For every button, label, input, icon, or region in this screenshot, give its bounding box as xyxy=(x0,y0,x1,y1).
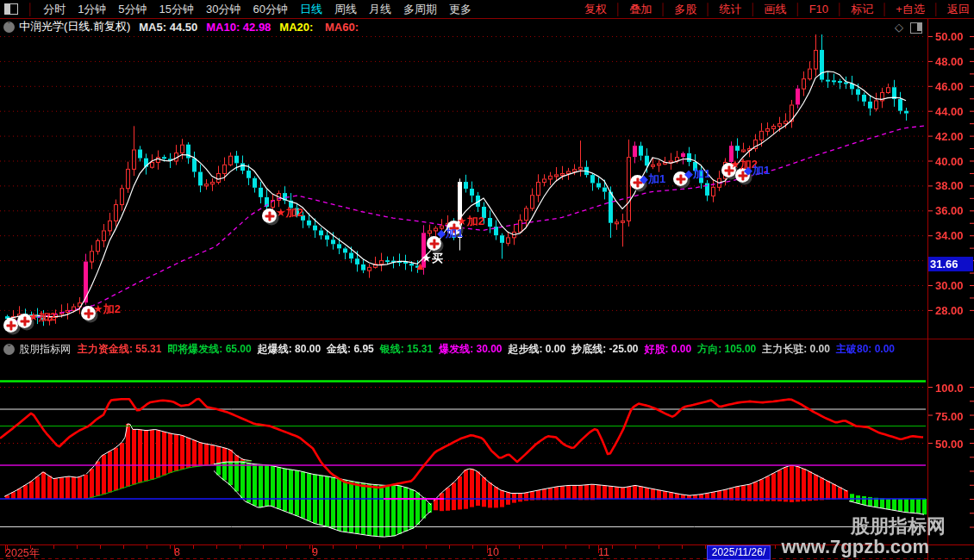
indicator-field-4: 银线: 15.31 xyxy=(380,343,433,355)
menu-divider: │ xyxy=(795,3,802,16)
layout-panel-icon[interactable] xyxy=(4,3,18,15)
buy-signal-marker-0[interactable] xyxy=(3,318,18,333)
candlestick-chart[interactable] xyxy=(0,34,974,339)
menu-item-1[interactable]: 1分钟 xyxy=(78,3,106,16)
menu-item-7[interactable]: 周线 xyxy=(334,3,357,16)
menu-divider: │ xyxy=(659,3,666,16)
indicator-chart[interactable] xyxy=(0,360,974,544)
signal-text-10: ◆加1 xyxy=(744,163,770,178)
tool-menu-item-5[interactable]: F10 xyxy=(809,3,828,16)
indicator-header: ˇ 股朋指标网 主力资金线: 55.31即将爆发线: 65.00起爆线: 80.… xyxy=(0,340,974,358)
signal-text-6: ★加2 xyxy=(457,214,484,229)
menu-divider: │ xyxy=(27,3,34,16)
current-date-badge: 2025/11/26/三 xyxy=(707,545,771,560)
time-label-4: 11 xyxy=(598,546,609,558)
top-menu-bar: │ 分时1分钟5分钟15分钟30分钟60分钟日线周线月线多周期更多 复权│叠加│… xyxy=(0,0,974,19)
price-tick-50.00: 50.00 xyxy=(935,30,974,43)
menu-item-5[interactable]: 60分钟 xyxy=(253,3,288,16)
tool-menu-item-3[interactable]: 统计 xyxy=(719,2,741,17)
menu-divider: │ xyxy=(704,3,711,16)
signal-text-4: ★买 xyxy=(421,251,443,266)
price-tick-46.00: 46.00 xyxy=(935,80,974,93)
price-tick-38.00: 38.00 xyxy=(935,179,974,192)
indicator-field-0: 主力资金线: 55.31 xyxy=(78,343,161,355)
menu-divider: │ xyxy=(749,3,756,16)
indicator-tick-100.0: 100.0 xyxy=(935,382,974,395)
tool-menu-item-1[interactable]: 叠加 xyxy=(629,2,652,17)
tool-menu-item-8[interactable]: 返回 xyxy=(947,2,970,17)
watermark-site-url: www.7gpzb.com xyxy=(781,536,929,558)
menu-item-0[interactable]: 分时 xyxy=(43,3,66,16)
menu-divider: │ xyxy=(881,3,888,16)
indicator-tick-50.00: 50.00 xyxy=(935,438,974,451)
tool-menu-item-6[interactable]: 标记 xyxy=(851,2,873,17)
signal-text-8: ◆加1 xyxy=(684,166,710,182)
time-label-1: 8 xyxy=(174,546,180,558)
tool-menu-item-7[interactable]: +自选 xyxy=(896,2,925,17)
collapse-chevron-icon[interactable]: ˇ xyxy=(3,22,15,33)
ma-values: MA5: 44.50MA10: 42.98MA20: MA60: xyxy=(130,21,359,34)
time-label-2: 9 xyxy=(312,546,318,558)
indicator-field-10: 主力长驻: 0.00 xyxy=(762,343,830,355)
indicator-field-3: 金线: 6.95 xyxy=(327,343,374,355)
menu-item-4[interactable]: 30分钟 xyxy=(206,3,240,16)
ma-value-3: MA60: xyxy=(325,21,359,34)
signal-text-1: ★加2 xyxy=(93,302,121,317)
tool-menu-item-2[interactable]: 多股 xyxy=(674,2,696,17)
menu-item-2[interactable]: 5分钟 xyxy=(118,3,147,16)
indicator-field-1: 即将爆发线: 65.00 xyxy=(167,343,251,355)
indicator-field-7: 抄底线: -25.00 xyxy=(571,343,638,355)
price-highlight-badge: 31.66 xyxy=(928,257,973,271)
tool-menu-item-0[interactable]: 复权 xyxy=(584,2,607,17)
indicator-chevron-icon[interactable]: ˇ xyxy=(3,344,15,355)
price-tick-44.00: 44.00 xyxy=(935,105,974,118)
menu-divider: │ xyxy=(615,3,621,16)
price-tick-28.00: 28.00 xyxy=(935,304,974,317)
time-label-0: 2025年 xyxy=(5,546,40,560)
tool-menu: 复权│叠加│多股│统计│画线│F10│标记│+自选│返回 xyxy=(580,2,974,17)
chart-info-bar: ˇ 中润光学(日线.前复权) MA5: 44.50MA10: 42.98MA20… xyxy=(0,19,927,34)
indicator-tick-75.00: 75.00 xyxy=(935,410,974,423)
menu-item-6[interactable]: 日线 xyxy=(300,3,322,16)
menu-item-9[interactable]: 多周期 xyxy=(403,3,437,16)
axis-frame-line xyxy=(927,19,928,560)
indicator-name[interactable]: 股朋指标网 xyxy=(19,342,71,357)
price-tick-42.00: 42.00 xyxy=(935,130,974,143)
ma-value-2: MA20: xyxy=(279,21,316,34)
indicator-field-6: 起步线: 0.00 xyxy=(508,343,565,355)
stock-app-window: │ 分时1分钟5分钟15分钟30分钟60分钟日线周线月线多周期更多 复权│叠加│… xyxy=(0,0,974,560)
price-tick-30.00: 30.00 xyxy=(935,279,974,292)
indicator-values: 主力资金线: 55.31即将爆发线: 65.00起爆线: 80.00金线: 6.… xyxy=(78,342,901,357)
price-tick-36.00: 36.00 xyxy=(935,204,974,217)
stock-title[interactable]: 中润光学(日线.前复权) xyxy=(19,19,130,34)
chart-corner-icons: ◇ xyxy=(895,21,922,34)
indicator-field-2: 起爆线: 80.00 xyxy=(258,343,321,355)
indicator-field-9: 方向: 105.00 xyxy=(697,343,756,355)
menu-divider: │ xyxy=(836,3,843,16)
signal-text-2: ★加2 xyxy=(276,205,303,221)
indicator-field-8: 好股: 0.00 xyxy=(645,343,692,355)
panel-divider xyxy=(0,339,974,339)
menu-divider: │ xyxy=(933,3,940,16)
ma-value-1: MA10: 42.98 xyxy=(206,21,271,34)
time-label-3: 10 xyxy=(487,546,499,558)
price-tick-48.00: 48.00 xyxy=(935,55,974,68)
indicator-field-5: 爆发线: 30.00 xyxy=(439,343,502,355)
panel-toggle-icon[interactable] xyxy=(910,22,922,34)
buy-signal-marker-3[interactable] xyxy=(262,208,277,223)
menu-item-3[interactable]: 15分钟 xyxy=(159,3,194,16)
price-tick-34.00: 34.00 xyxy=(935,229,974,242)
tool-menu-item-4[interactable]: 画线 xyxy=(765,2,787,17)
ma-value-0: MA5: 44.50 xyxy=(139,21,197,34)
signal-text-7: ◆加1 xyxy=(640,171,665,187)
menu-item-8[interactable]: 月线 xyxy=(369,3,391,16)
indicator-field-11: 主破80: 0.00 xyxy=(836,343,895,355)
diamond-icon[interactable]: ◇ xyxy=(895,21,903,34)
signal-text-0: ★加2 xyxy=(28,309,56,325)
menu-item-10[interactable]: 更多 xyxy=(449,3,471,16)
period-menu: 分时1分钟5分钟15分钟30分钟60分钟日线周线月线多周期更多 xyxy=(37,2,478,17)
price-tick-40.00: 40.00 xyxy=(935,155,974,168)
